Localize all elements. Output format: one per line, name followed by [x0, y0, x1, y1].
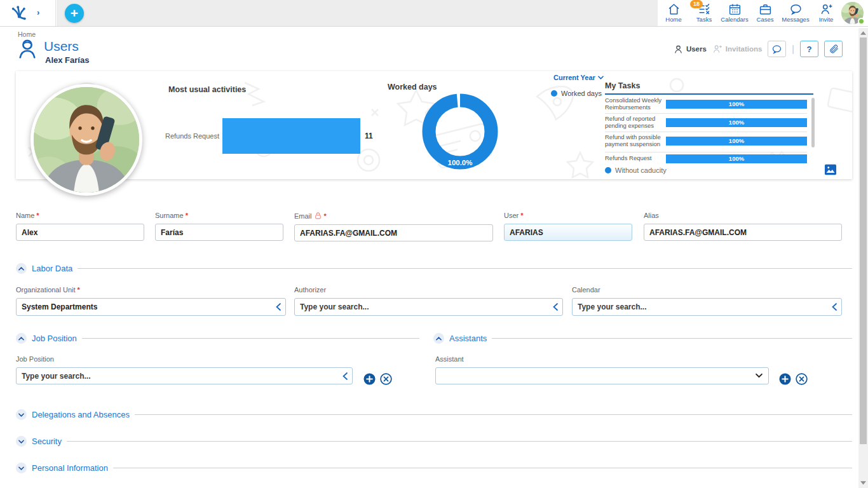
scrollbar-thumb[interactable]	[860, 37, 867, 444]
section-security[interactable]: Security	[16, 436, 852, 447]
scroll-down-arrow-icon[interactable]	[860, 481, 866, 485]
section-title: Delegations and Absences	[32, 410, 130, 419]
my-tasks-title: My Tasks	[605, 81, 640, 90]
lock-icon	[314, 212, 322, 220]
page-scrollbar[interactable]	[858, 28, 868, 488]
expand-chevron-down-icon[interactable]	[16, 409, 27, 420]
profile-photo[interactable]	[31, 84, 142, 196]
organizational-unit-input[interactable]	[16, 298, 286, 316]
field-label: Job Position	[16, 355, 54, 363]
collapse-chevron-up-icon[interactable]	[433, 333, 444, 344]
attachments-button[interactable]	[824, 41, 843, 57]
online-status-dot	[858, 18, 865, 25]
name-field: Name*	[16, 212, 144, 241]
period-filter-label: Current Year	[553, 74, 595, 81]
user-input[interactable]	[504, 224, 632, 241]
chevron-down-icon	[598, 76, 604, 79]
field-label: Alias	[644, 212, 659, 219]
task-progress-bar[interactable]: 100%	[666, 137, 807, 146]
menu-expand-chevron-icon[interactable]: ›	[37, 8, 39, 17]
change-banner-image-button[interactable]	[824, 164, 837, 175]
nav-item-home[interactable]: Home	[657, 0, 690, 26]
nav-item-tasks[interactable]: Tasks 18	[688, 0, 721, 26]
user-dashboard-banner: Most usual activities Refunds Request 11…	[16, 71, 852, 179]
my-tasks-underline	[605, 93, 813, 95]
invite-person-icon	[820, 3, 833, 16]
task-progress-bar[interactable]: 100%	[666, 118, 807, 127]
add-job-position-button[interactable]	[363, 373, 376, 385]
person-plus-icon	[712, 44, 722, 54]
new-item-button[interactable]: +	[65, 4, 84, 23]
task-progress-bar[interactable]: 100%	[666, 100, 807, 109]
nav-item-messages[interactable]: Messages	[779, 0, 812, 26]
donut-center-label: 100.0%	[447, 159, 472, 166]
section-job-position[interactable]: Job Position	[16, 333, 419, 344]
task-row: Consolidated Weekly Reimbursements 100%	[605, 95, 807, 113]
job-position-input[interactable]	[16, 367, 353, 384]
lookup-chevron-icon[interactable]	[342, 372, 348, 380]
activities-bar-value: 11	[365, 132, 373, 140]
add-assistant-button[interactable]	[779, 373, 791, 385]
lookup-chevron-icon[interactable]	[832, 303, 837, 311]
comments-button[interactable]	[768, 41, 786, 57]
assistant-actions	[779, 373, 808, 385]
surname-input[interactable]	[155, 224, 283, 241]
worked-days-legend: Worked days	[551, 90, 602, 97]
section-delegations-and-absences[interactable]: Delegations and Absences	[16, 409, 852, 420]
nav-item-calendars[interactable]: Calendars	[718, 0, 751, 26]
name-input[interactable]	[16, 224, 144, 241]
legend-label: Without caducity	[615, 166, 667, 174]
required-asterisk: *	[78, 286, 80, 294]
section-labor-data[interactable]: Labor Data	[16, 263, 852, 274]
required-asterisk: *	[324, 212, 327, 220]
nav-item-cases[interactable]: Cases	[749, 0, 782, 26]
email-input[interactable]	[294, 224, 493, 241]
required-asterisk: *	[186, 212, 188, 219]
activities-bar[interactable]	[222, 118, 360, 154]
collapse-chevron-up-icon[interactable]	[16, 333, 27, 344]
task-progress-value: 100%	[729, 100, 744, 107]
lookup-chevron-icon[interactable]	[276, 303, 281, 311]
page-subtitle: Alex Farías	[45, 55, 89, 65]
worked-days-donut[interactable]: 100.0%	[419, 90, 501, 173]
remove-assistant-button[interactable]	[796, 373, 808, 385]
authorizer-input[interactable]	[294, 298, 563, 316]
app-logo-area[interactable]: ›	[0, 0, 56, 26]
alias-input[interactable]	[644, 224, 842, 241]
tasks-scrollbar[interactable]	[811, 98, 815, 147]
tab-users[interactable]: Users	[674, 44, 707, 54]
task-label: Consolidated Weekly Reimbursements	[605, 97, 666, 111]
task-progress-bar[interactable]: 100%	[666, 154, 807, 163]
lookup-chevron-icon[interactable]	[553, 303, 558, 311]
page-title: Users	[44, 39, 79, 54]
assistant-field: Assistant	[435, 355, 769, 384]
period-filter-dropdown[interactable]: Current Year	[553, 74, 604, 81]
section-divider-line	[113, 468, 852, 468]
section-personal-information[interactable]: Personal Information	[16, 463, 852, 473]
section-assistants[interactable]: Assistants	[433, 333, 852, 344]
nav-label: Invite	[819, 16, 834, 23]
task-progress-value: 100%	[729, 155, 744, 162]
speech-bubble-icon	[771, 44, 782, 55]
field-label: Organizational Unit	[16, 286, 76, 294]
expand-chevron-down-icon[interactable]	[16, 436, 27, 447]
section-title: Job Position	[32, 334, 77, 343]
section-divider-line	[135, 414, 852, 415]
field-label: Calendar	[572, 286, 600, 294]
home-icon	[667, 3, 681, 16]
remove-job-position-button[interactable]	[380, 373, 392, 385]
expand-chevron-down-icon[interactable]	[16, 463, 27, 473]
section-divider-line	[82, 338, 419, 339]
organizational-unit-field: Organizational Unit*	[16, 286, 286, 316]
collapse-chevron-up-icon[interactable]	[16, 263, 27, 274]
field-label: User	[504, 212, 519, 219]
nav-item-invite[interactable]: Invite	[810, 0, 843, 26]
assistant-select[interactable]	[435, 367, 769, 384]
tab-invitations[interactable]: Invitations	[712, 44, 763, 54]
help-button[interactable]: ?	[800, 41, 818, 57]
caducity-legend: Without caducity	[605, 166, 667, 174]
calendar-input[interactable]	[572, 298, 842, 316]
task-row: Refunds Request 100%	[605, 152, 807, 165]
activities-chart-title: Most usual activities	[168, 85, 246, 94]
scroll-up-arrow-icon[interactable]	[860, 31, 866, 35]
